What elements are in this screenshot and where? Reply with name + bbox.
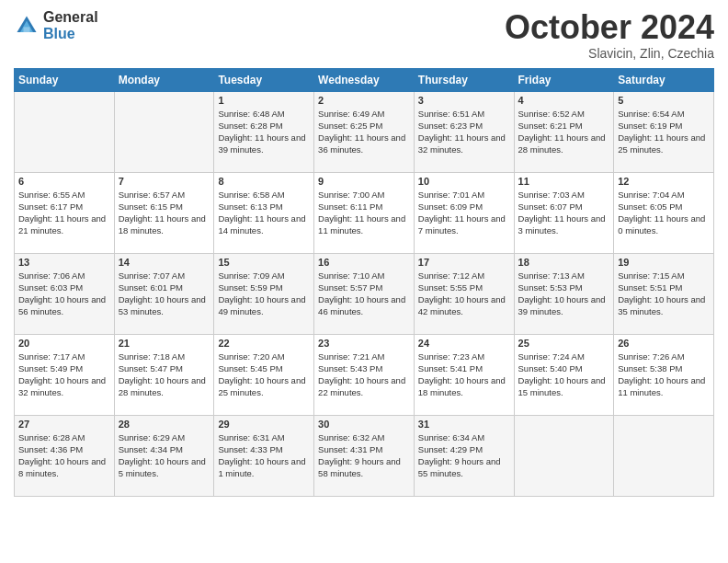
title-block: October 2024 Slavicin, Zlin, Czechia [505,9,714,61]
day-number: 19 [618,257,710,268]
day-info: Sunrise: 7:04 AM Sunset: 6:05 PM Dayligh… [618,189,710,237]
day-info: Sunrise: 7:10 AM Sunset: 5:57 PM Dayligh… [318,270,410,318]
day-info: Sunrise: 7:12 AM Sunset: 5:55 PM Dayligh… [418,270,510,318]
day-number: 18 [518,257,610,268]
day-info: Sunrise: 6:51 AM Sunset: 6:23 PM Dayligh… [418,108,510,156]
day-number: 12 [618,176,710,187]
calendar-cell: 29Sunrise: 6:31 AM Sunset: 4:33 PM Dayli… [214,415,314,496]
month-title: October 2024 [505,9,714,46]
calendar-cell: 27Sunrise: 6:28 AM Sunset: 4:36 PM Dayli… [15,415,115,496]
calendar-cell: 9Sunrise: 7:00 AM Sunset: 6:11 PM Daylig… [314,172,415,253]
calendar-cell: 23Sunrise: 7:21 AM Sunset: 5:43 PM Dayli… [314,334,415,415]
day-info: Sunrise: 6:58 AM Sunset: 6:13 PM Dayligh… [218,189,310,237]
day-number: 30 [318,419,410,430]
day-number: 20 [18,338,110,349]
calendar-cell: 21Sunrise: 7:18 AM Sunset: 5:47 PM Dayli… [114,334,214,415]
day-info: Sunrise: 7:13 AM Sunset: 5:53 PM Dayligh… [518,270,610,318]
header-row: Sunday Monday Tuesday Wednesday Thursday… [15,68,714,91]
calendar-cell: 31Sunrise: 6:34 AM Sunset: 4:29 PM Dayli… [414,415,514,496]
day-info: Sunrise: 6:29 AM Sunset: 4:34 PM Dayligh… [119,431,210,480]
day-number: 5 [618,95,710,106]
calendar-cell: 10Sunrise: 7:01 AM Sunset: 6:09 PM Dayli… [414,172,514,253]
calendar-cell: 20Sunrise: 7:17 AM Sunset: 5:49 PM Dayli… [15,334,115,415]
calendar-cell: 11Sunrise: 7:03 AM Sunset: 6:07 PM Dayli… [514,172,614,253]
calendar-cell [614,415,714,496]
day-info: Sunrise: 7:24 AM Sunset: 5:40 PM Dayligh… [518,350,610,399]
calendar-cell: 19Sunrise: 7:15 AM Sunset: 5:51 PM Dayli… [614,253,714,334]
day-number: 13 [18,257,110,268]
day-number: 9 [318,176,410,187]
calendar-row-1: 1Sunrise: 6:48 AM Sunset: 6:28 PM Daylig… [15,91,714,172]
day-number: 3 [418,95,510,106]
calendar-cell: 2Sunrise: 6:49 AM Sunset: 6:25 PM Daylig… [314,91,415,172]
day-number: 8 [218,176,310,187]
day-info: Sunrise: 6:48 AM Sunset: 6:28 PM Dayligh… [218,108,310,156]
day-info: Sunrise: 6:54 AM Sunset: 6:19 PM Dayligh… [618,108,710,156]
day-info: Sunrise: 6:28 AM Sunset: 4:36 PM Dayligh… [18,431,110,480]
calendar-row-5: 27Sunrise: 6:28 AM Sunset: 4:36 PM Dayli… [15,415,714,496]
calendar-cell [15,91,115,172]
day-info: Sunrise: 7:20 AM Sunset: 5:45 PM Dayligh… [218,350,310,399]
calendar-cell: 25Sunrise: 7:24 AM Sunset: 5:40 PM Dayli… [514,334,614,415]
day-number: 10 [418,176,510,187]
day-info: Sunrise: 7:21 AM Sunset: 5:43 PM Dayligh… [318,350,410,399]
calendar-cell: 30Sunrise: 6:32 AM Sunset: 4:31 PM Dayli… [314,415,415,496]
calendar-row-4: 20Sunrise: 7:17 AM Sunset: 5:49 PM Dayli… [15,334,714,415]
col-tuesday: Tuesday [214,68,314,91]
day-number: 29 [218,419,310,430]
day-number: 11 [518,176,610,187]
col-monday: Monday [114,68,214,91]
calendar-row-2: 6Sunrise: 6:55 AM Sunset: 6:17 PM Daylig… [15,172,714,253]
day-info: Sunrise: 7:23 AM Sunset: 5:41 PM Dayligh… [418,350,510,399]
calendar-cell: 14Sunrise: 7:07 AM Sunset: 6:01 PM Dayli… [114,253,214,334]
day-info: Sunrise: 7:15 AM Sunset: 5:51 PM Dayligh… [618,270,710,318]
day-number: 27 [18,419,110,430]
day-number: 21 [119,338,210,349]
logo-icon [14,13,40,39]
logo-text: General Blue [43,9,98,42]
col-saturday: Saturday [614,68,714,91]
day-info: Sunrise: 6:52 AM Sunset: 6:21 PM Dayligh… [518,108,610,156]
day-number: 4 [518,95,610,106]
col-thursday: Thursday [414,68,514,91]
calendar-cell: 28Sunrise: 6:29 AM Sunset: 4:34 PM Dayli… [114,415,214,496]
day-info: Sunrise: 6:57 AM Sunset: 6:15 PM Dayligh… [119,189,210,237]
calendar-cell: 26Sunrise: 7:26 AM Sunset: 5:38 PM Dayli… [614,334,714,415]
day-number: 24 [418,338,510,349]
day-info: Sunrise: 6:55 AM Sunset: 6:17 PM Dayligh… [18,189,110,237]
calendar-cell: 16Sunrise: 7:10 AM Sunset: 5:57 PM Dayli… [314,253,415,334]
day-info: Sunrise: 7:03 AM Sunset: 6:07 PM Dayligh… [518,189,610,237]
page: General Blue October 2024 Slavicin, Zlin… [0,0,728,563]
day-info: Sunrise: 7:09 AM Sunset: 5:59 PM Dayligh… [218,270,310,318]
day-info: Sunrise: 7:17 AM Sunset: 5:49 PM Dayligh… [18,350,110,399]
calendar-cell: 17Sunrise: 7:12 AM Sunset: 5:55 PM Dayli… [414,253,514,334]
day-number: 15 [218,257,310,268]
calendar-cell: 15Sunrise: 7:09 AM Sunset: 5:59 PM Dayli… [214,253,314,334]
calendar-cell: 8Sunrise: 6:58 AM Sunset: 6:13 PM Daylig… [214,172,314,253]
calendar-table: Sunday Monday Tuesday Wednesday Thursday… [14,68,714,497]
calendar-cell: 4Sunrise: 6:52 AM Sunset: 6:21 PM Daylig… [514,91,614,172]
svg-rect-2 [24,27,30,32]
day-number: 7 [119,176,210,187]
calendar-cell: 24Sunrise: 7:23 AM Sunset: 5:41 PM Dayli… [414,334,514,415]
day-info: Sunrise: 7:06 AM Sunset: 6:03 PM Dayligh… [18,270,110,318]
calendar-cell: 13Sunrise: 7:06 AM Sunset: 6:03 PM Dayli… [15,253,115,334]
col-wednesday: Wednesday [314,68,415,91]
day-number: 14 [119,257,210,268]
day-info: Sunrise: 7:01 AM Sunset: 6:09 PM Dayligh… [418,189,510,237]
day-number: 23 [318,338,410,349]
day-number: 2 [318,95,410,106]
day-number: 17 [418,257,510,268]
calendar-cell: 6Sunrise: 6:55 AM Sunset: 6:17 PM Daylig… [15,172,115,253]
day-info: Sunrise: 7:07 AM Sunset: 6:01 PM Dayligh… [119,270,210,318]
day-number: 28 [119,419,210,430]
calendar-row-3: 13Sunrise: 7:06 AM Sunset: 6:03 PM Dayli… [15,253,714,334]
day-info: Sunrise: 7:18 AM Sunset: 5:47 PM Dayligh… [119,350,210,399]
calendar-cell: 5Sunrise: 6:54 AM Sunset: 6:19 PM Daylig… [614,91,714,172]
day-number: 22 [218,338,310,349]
day-number: 1 [218,95,310,106]
day-info: Sunrise: 6:49 AM Sunset: 6:25 PM Dayligh… [318,108,410,156]
calendar-cell [514,415,614,496]
day-info: Sunrise: 6:31 AM Sunset: 4:33 PM Dayligh… [218,431,310,480]
header: General Blue October 2024 Slavicin, Zlin… [14,9,714,61]
